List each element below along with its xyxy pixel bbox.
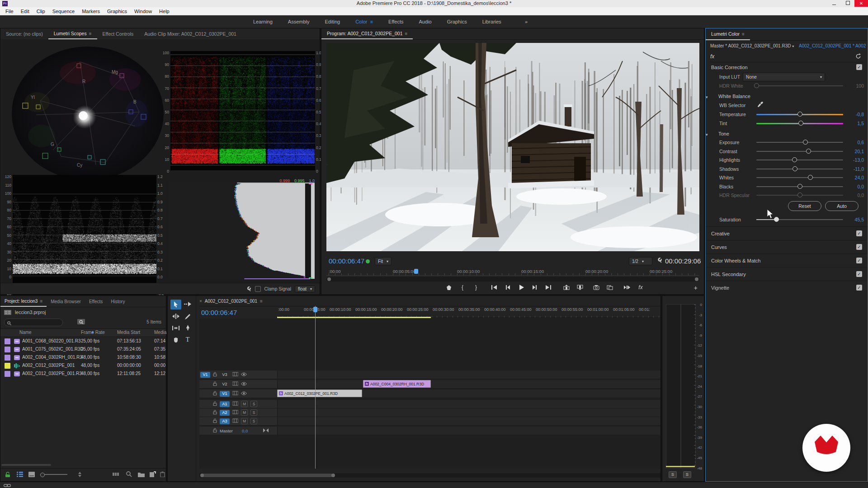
exposure-value[interactable]: 0,6 (844, 140, 864, 145)
scope-format-dropdown[interactable]: float▾ (295, 286, 315, 292)
project-row[interactable]: A001_C068_050220_001.R325,00 fps07:13:56… (0, 338, 166, 346)
menu-edit[interactable]: Edit (17, 9, 33, 14)
scope-settings-wrench-icon[interactable] (245, 286, 251, 292)
sequence-tab[interactable]: A002_C012_0302PE_001 (205, 299, 257, 304)
input-lut-dropdown[interactable]: None▾ (743, 73, 825, 81)
step-forward-button[interactable] (529, 283, 540, 291)
section-creative[interactable]: Creative✓ (706, 226, 868, 240)
blacks-value[interactable]: 0,0 (844, 184, 864, 189)
project-breadcrumb[interactable]: leccion3.prproj (4, 310, 46, 315)
slider-handle[interactable] (803, 140, 808, 145)
workspace-tab-assembly[interactable]: Assembly (288, 19, 310, 24)
collapse-chevron-icon[interactable]: ▾ (706, 95, 708, 99)
toggle-track-output-eye-icon[interactable] (241, 382, 247, 387)
track-height-icon[interactable] (232, 410, 238, 415)
workspace-tab-graphics[interactable]: Graphics (447, 19, 467, 24)
go-to-out-button[interactable] (543, 283, 554, 291)
export-frame-button[interactable] (591, 283, 602, 291)
saturation-slider[interactable] (756, 219, 843, 220)
menu-clip[interactable]: Clip (33, 9, 49, 14)
source-patch[interactable] (200, 381, 210, 387)
close-button[interactable]: ✕ (854, 0, 868, 7)
program-zoom-scrollbar[interactable] (326, 277, 699, 282)
list-view-icon[interactable] (17, 472, 23, 477)
track-target-v3[interactable]: V3 (220, 372, 230, 378)
slider-handle[interactable] (806, 149, 811, 154)
find-icon[interactable] (126, 471, 132, 477)
track-header-a1[interactable]: A1MS (199, 400, 278, 408)
monitor-settings-wrench-icon[interactable] (656, 257, 662, 263)
panel-menu-icon[interactable]: ≡ (89, 31, 92, 36)
scopes-tab[interactable]: Lumetri Scopes≡ (48, 28, 97, 39)
minimize-button[interactable] (827, 0, 841, 7)
fit-dropdown[interactable]: Fit▾ (375, 257, 392, 265)
menu-sequence[interactable]: Sequence (49, 9, 79, 14)
whites-slider[interactable] (756, 177, 843, 178)
clamp-signal-checkbox[interactable] (255, 286, 261, 292)
shadows-slider[interactable] (756, 169, 843, 169)
program-time-ruler[interactable]: :00:0000:00:05:0000:00:10:0000:00:15:000… (326, 268, 699, 276)
track-target-a3[interactable]: A3 (220, 418, 230, 424)
project-tab[interactable]: Project: leccion3≡ (0, 296, 47, 307)
source-patch[interactable] (200, 391, 210, 397)
toggle-track-output-eye-icon[interactable] (241, 372, 247, 377)
multicam-button[interactable] (622, 283, 632, 291)
project-row[interactable]: A002_C012_0302PE_00148,00 fps00:00:00:00… (0, 362, 166, 370)
track-header-a3[interactable]: A3MS (199, 417, 278, 425)
lock-icon[interactable] (213, 381, 217, 387)
work-area-bar[interactable] (277, 317, 431, 318)
source-patch[interactable] (200, 401, 210, 407)
source-patch[interactable] (200, 418, 210, 424)
sort-icon[interactable] (77, 472, 82, 477)
maximize-button[interactable] (841, 0, 854, 7)
project-tab[interactable]: History (107, 296, 129, 307)
project-row[interactable]: A002_C004_0302RH_001.R348,00 fps10:58:08… (0, 354, 166, 362)
track-header-master[interactable]: Master0,0 (199, 427, 278, 435)
mark-in-button[interactable]: { (457, 283, 468, 291)
section-hsl-secondary[interactable]: HSL Secondary✓ (706, 267, 868, 281)
zoom-handle-right[interactable] (695, 277, 698, 281)
selection-tool[interactable] (170, 300, 181, 310)
slider-handle[interactable] (792, 157, 797, 162)
solo-button[interactable]: S (250, 401, 257, 407)
mute-button[interactable]: M (241, 409, 248, 416)
hdr-specular-value[interactable]: 0,0 (844, 192, 864, 198)
menu-help[interactable]: Help (156, 9, 173, 14)
icon-view-icon[interactable] (28, 472, 35, 477)
mute-button[interactable]: M (241, 418, 248, 424)
hdr-specular-slider[interactable] (756, 195, 843, 196)
new-item-icon[interactable] (150, 471, 156, 477)
menu-window[interactable]: Window (131, 9, 156, 14)
workspace-menu-icon[interactable]: ≡ (369, 19, 373, 24)
add-marker-button[interactable] (443, 283, 454, 291)
solo-left-button[interactable]: S (669, 471, 677, 478)
selected-clip-name[interactable]: A002_C012_0302PE_001 * A002_C012_0302P..… (799, 43, 866, 48)
workspace-tab-editing[interactable]: Editing (325, 19, 340, 24)
project-row[interactable]: A001_C075_0502IC_001.R3D25,00 fps07:35:2… (0, 346, 166, 354)
lock-icon[interactable] (213, 372, 217, 377)
solo-button[interactable]: S (250, 418, 257, 424)
zoom-handle-left[interactable] (200, 474, 204, 477)
scrollbar-handle[interactable] (202, 474, 333, 477)
source-patch[interactable] (200, 410, 210, 416)
lock-icon[interactable] (213, 418, 217, 424)
scopes-tab[interactable]: Effect Controls (97, 28, 139, 39)
slider-handle[interactable] (797, 112, 802, 117)
section-checkbox[interactable]: ✓ (856, 244, 862, 250)
lock-icon[interactable] (213, 428, 217, 433)
label-color-chip[interactable] (5, 363, 10, 369)
new-bin-icon[interactable] (138, 472, 145, 477)
menu-markers[interactable]: Markers (78, 9, 104, 14)
keyframe-nav-icon[interactable] (263, 428, 269, 433)
button-editor-plus[interactable]: + (694, 284, 698, 291)
track-target-v2[interactable]: V2 (220, 381, 230, 387)
reset-button[interactable]: Reset (788, 201, 821, 211)
timeline-ruler[interactable]: :00:0000:00:05:0000:00:10:0000:00:15:000… (277, 306, 660, 318)
automate-to-sequence-icon[interactable] (113, 472, 120, 477)
pen-tool[interactable] (182, 323, 193, 333)
track-height-icon[interactable] (232, 372, 238, 377)
contrast-slider[interactable] (756, 151, 843, 152)
solo-right-button[interactable]: S (683, 471, 691, 478)
hdr-white-slider[interactable] (756, 85, 843, 86)
timeline-timecode[interactable]: 00:00:06:47 (201, 309, 237, 316)
